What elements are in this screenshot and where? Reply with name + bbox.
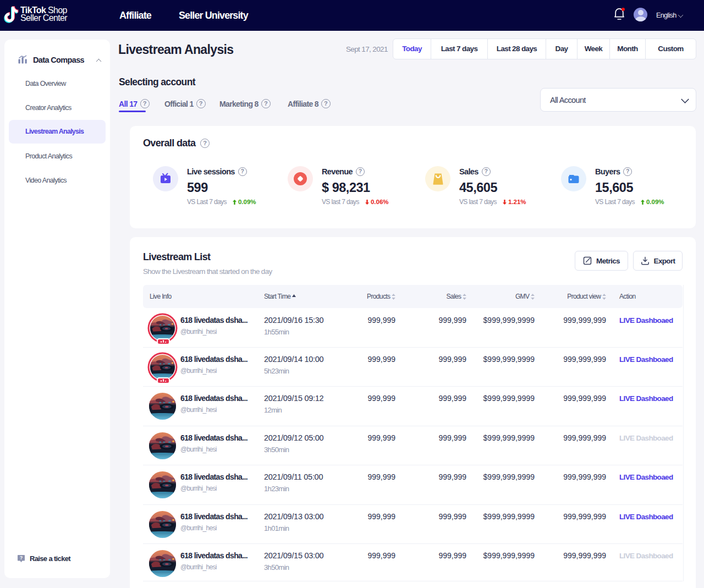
svg-text:?: ? [20, 555, 23, 560]
